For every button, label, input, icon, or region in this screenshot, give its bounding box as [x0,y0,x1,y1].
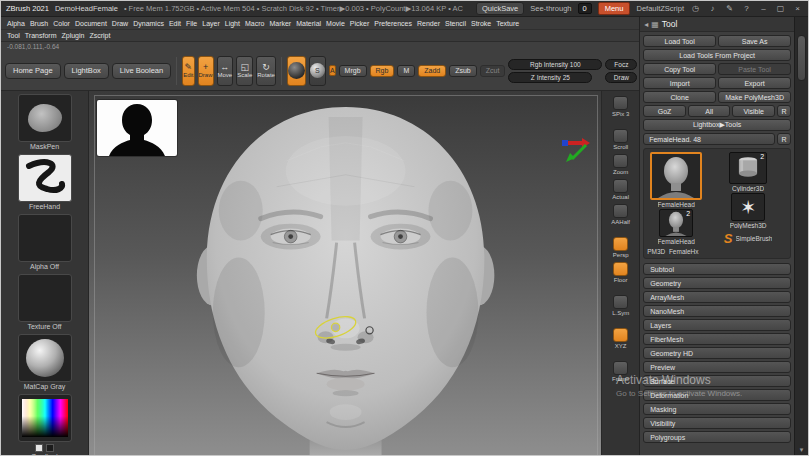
tool-thumb-polymesh3d[interactable]: ✶ [731,193,765,221]
right-shelf-item-xyz[interactable]: XYZ [613,328,628,349]
m-button[interactable]: M [397,65,415,77]
subpalette-header[interactable]: Layers [643,319,791,331]
right-shelf-item-spix[interactable]: SPix 3 [612,96,629,117]
zsub-button[interactable]: Zsub [449,65,477,77]
menu-button[interactable]: Menu [598,2,631,15]
save-as-button[interactable]: Save As [718,35,791,47]
brush-selector[interactable]: MaskPen [18,94,72,151]
gradient-picker-thumbnail[interactable] [18,394,72,442]
subpalette-header[interactable]: Masking [643,403,791,415]
load-tools-from-project-button[interactable]: Load Tools From Project [643,49,791,61]
sound-icon[interactable]: ♪ [707,4,718,13]
goz-button[interactable]: GoZ [643,105,686,117]
current-tool-bar[interactable]: FemaleHead. 48 [643,133,775,145]
reference-silhouette-thumbnail[interactable] [97,100,177,156]
help-icon[interactable]: ? [741,4,752,13]
freehand-thumbnail[interactable] [18,154,72,202]
swatch-light[interactable] [35,444,43,452]
menu-item[interactable]: Color [53,20,70,27]
paste-tool-button[interactable]: Paste Tool [718,63,791,75]
export-button[interactable]: Export [718,77,791,89]
maskpen-thumbnail[interactable] [18,94,72,142]
menu-item[interactable]: Tool [7,32,20,39]
tool-palette-header[interactable]: ◂ ▦ Tool [640,17,794,32]
menu-item[interactable]: Movie [326,20,345,27]
draw-mode-button[interactable]: + Draw [198,56,214,86]
lightbox-button[interactable]: LightBox [64,63,109,79]
subpalette-header[interactable]: Visibility [643,417,791,429]
right-shelf-item-actual[interactable]: Actual [612,179,629,200]
home-page-button[interactable]: Home Page [5,63,61,79]
right-scrollbar[interactable]: ▾ [794,17,808,456]
matcap-thumbnail[interactable] [18,334,72,382]
menu-item[interactable]: Macro [245,20,264,27]
right-shelf-item-scroll[interactable]: Scroll [613,129,628,150]
menu-item[interactable]: Material [296,20,321,27]
import-button[interactable]: Import [643,77,716,89]
edit-mode-button[interactable]: ✎ Edit [182,56,194,86]
quicksave-button[interactable]: QuickSave [476,2,524,15]
tool-thumb-simplebrush[interactable]: S SimpleBrush [724,232,773,245]
menu-item[interactable]: Document [75,20,107,27]
menu-item[interactable]: Edit [169,20,181,27]
menu-item[interactable]: Marker [269,20,291,27]
current-brush-button[interactable] [287,56,306,86]
menu-item[interactable]: Dynamics [133,20,164,27]
rgb-button[interactable]: Rgb [370,65,395,77]
stroke-selector[interactable]: FreeHand [18,154,72,211]
zadd-button[interactable]: Zadd [418,65,446,77]
see-through-slider[interactable]: 0 [578,3,592,14]
right-shelf-item-lsym[interactable]: L.Sym [612,295,629,316]
color-picker[interactable]: Gradient [18,394,72,456]
live-boolean-button[interactable]: Live Boolean [112,63,171,79]
viewport-canvas[interactable] [89,91,601,456]
close-icon[interactable]: × [792,4,803,13]
tool-thumb-femalehead-active[interactable] [650,152,702,200]
subpalette-header[interactable]: Polygroups [643,431,791,443]
subpalette-header[interactable]: Preview [643,361,791,373]
right-shelf-item-aahalf[interactable]: AAHalf [611,204,630,225]
menu-item[interactable]: Zplugin [61,32,84,39]
z-intensity-slider[interactable]: Z Intensity 25 [508,72,592,83]
menu-item[interactable]: Stencil [445,20,466,27]
tool-thumb-femalehead-2[interactable]: 2 [659,209,693,237]
goz-r-button[interactable]: R [777,105,791,117]
texture-off-thumbnail[interactable] [18,274,72,322]
current-tool-r-button[interactable]: R [777,133,791,145]
swatch-dark[interactable] [46,444,54,452]
right-shelf-item-floor[interactable]: Floor [613,262,628,283]
draw-size-slider[interactable]: Draw [605,72,637,83]
menu-item[interactable]: File [186,20,197,27]
clone-button[interactable]: Clone [643,91,716,103]
maximize-icon[interactable]: ▢ [775,4,786,13]
subpalette-header[interactable]: Geometry HD [643,347,791,359]
menu-item[interactable]: Light [225,20,240,27]
menu-item[interactable]: Brush [30,20,48,27]
move-mode-button[interactable]: ↔ Move [217,56,234,86]
menu-item[interactable]: Render [417,20,440,27]
alpha-badge[interactable]: A [329,65,336,76]
alpha-selector[interactable]: Alpha Off [18,214,72,271]
make-polymesh3d-button[interactable]: Make PolyMesh3D [718,91,791,103]
goz-all-button[interactable]: All [688,105,731,117]
subpalette-header[interactable]: Geometry [643,277,791,289]
chevron-left-icon[interactable]: ◂ [644,20,648,29]
clock-icon[interactable]: ◷ [690,4,701,13]
menu-item[interactable]: Stroke [471,20,491,27]
rgb-intensity-slider[interactable]: Rgb Intensity 100 [508,59,602,70]
menu-item[interactable]: Transform [25,32,57,39]
zcut-button[interactable]: Zcut [480,65,506,77]
material-selector[interactable]: MatCap Gray [18,334,72,391]
copy-tool-button[interactable]: Copy Tool [643,63,716,75]
right-shelf-item-persp[interactable]: Persp [613,237,629,258]
subpalette-header[interactable]: NanoMesh [643,305,791,317]
scrollbar-thumb[interactable] [797,35,806,81]
right-shelf-item-zoom[interactable]: Zoom [613,154,628,175]
rotate-mode-button[interactable]: ↻ Rotate [256,56,276,86]
subpalette-header[interactable]: Surface [643,375,791,387]
texture-selector[interactable]: Texture Off [18,274,72,331]
menu-item[interactable]: Draw [112,20,128,27]
right-shelf-item-frame[interactable]: Frame [612,361,629,382]
tool-thumb-cylinder3d[interactable]: 2 [729,152,767,184]
goz-visible-button[interactable]: Visible [732,105,775,117]
